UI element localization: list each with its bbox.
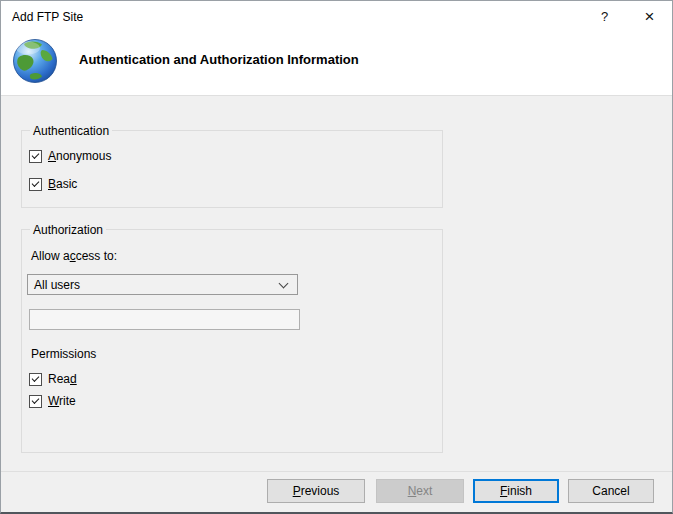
write-checkbox-row[interactable]: Write (29, 394, 76, 408)
read-label: Read (48, 372, 77, 386)
basic-checkbox[interactable] (29, 178, 42, 191)
anonymous-checkbox[interactable] (29, 150, 42, 163)
allow-access-label: Allow access to: (31, 249, 117, 263)
checkmark-icon (32, 151, 40, 159)
basic-checkbox-row[interactable]: Basic (29, 177, 77, 191)
titlebar-buttons: ? × (582, 1, 672, 32)
next-button[interactable]: Next (376, 479, 464, 503)
users-input[interactable] (29, 309, 300, 330)
anonymous-checkbox-row[interactable]: Anonymous (29, 149, 111, 163)
finish-button[interactable]: Finish (473, 479, 559, 503)
globe-icon (11, 37, 59, 85)
checkmark-icon (32, 396, 40, 404)
checkmark-icon (32, 374, 40, 382)
close-button[interactable]: × (627, 1, 672, 32)
write-checkbox[interactable] (29, 395, 42, 408)
title-bar: Add FTP Site ? × (1, 1, 672, 32)
anonymous-label: Anonymous (48, 149, 111, 163)
authentication-group-label: Authentication (30, 124, 112, 138)
cancel-button[interactable]: Cancel (568, 479, 654, 503)
read-checkbox-row[interactable]: Read (29, 372, 77, 386)
basic-label: Basic (48, 177, 77, 191)
authorization-group: Authorization Allow access to: All users… (21, 229, 443, 453)
write-label: Write (48, 394, 76, 408)
authentication-group: Authentication Anonymous Basic (21, 130, 443, 208)
previous-button[interactable]: Previous (267, 479, 365, 503)
wizard-header: Authentication and Authorization Informa… (1, 32, 672, 96)
allow-access-dropdown[interactable]: All users (27, 274, 298, 295)
wizard-content: Authentication Anonymous Basic Authoriza… (1, 96, 672, 471)
permissions-label: Permissions (31, 347, 96, 361)
checkmark-icon (32, 179, 40, 187)
page-title: Authentication and Authorization Informa… (79, 52, 359, 67)
read-checkbox[interactable] (29, 373, 42, 386)
window-title: Add FTP Site (1, 10, 83, 24)
authorization-group-label: Authorization (30, 223, 106, 237)
help-button[interactable]: ? (582, 1, 627, 32)
dropdown-selected-value: All users (28, 278, 80, 292)
chevron-down-icon (279, 279, 289, 289)
add-ftp-site-dialog: Add FTP Site ? × (0, 0, 673, 514)
button-bar: Previous Next Finish Cancel (1, 471, 672, 514)
